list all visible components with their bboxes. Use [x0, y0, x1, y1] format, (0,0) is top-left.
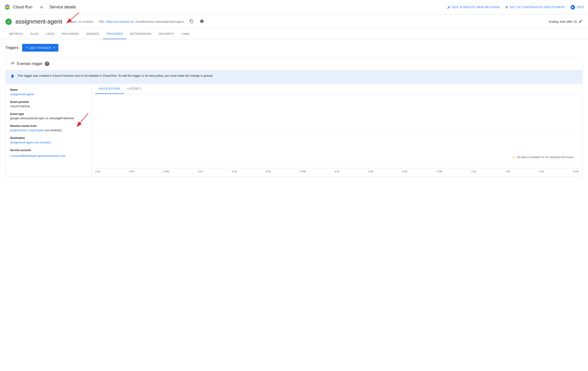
nav-actions: EDIT & DEPLOY NEW REVISION ⚙ SET UP CONT… — [447, 5, 584, 10]
continuous-deploy-label: SET UP CONTINUOUS DEPLOYMENT — [510, 5, 565, 9]
page-title: Service details — [50, 5, 76, 10]
test-label: TEST — [577, 5, 584, 9]
receive-events-link[interactable]: projects/civil-c /topics/plan — [10, 128, 45, 132]
tab-triggers[interactable]: TRIGGERS — [103, 29, 126, 39]
edit-deploy-label: EDIT & DEPLOY NEW REVISION — [452, 5, 500, 9]
chart-tabs: INVOCATIONS LATENCY — [95, 84, 579, 94]
help-icon[interactable]: ? — [45, 62, 49, 66]
chart-container: ⚠ No data is available for the selected … — [95, 96, 579, 173]
no-data-text: No data is available for the selected ti… — [517, 156, 574, 159]
scaling-label: Scaling: Auto (Min: 0) — [549, 20, 577, 23]
receive-events-region: (us-central1) — [45, 128, 62, 132]
x-label-13: 7:45 — [539, 170, 544, 173]
x-label-2: 5 PM — [163, 170, 169, 173]
service-header: ✓ assignment-agent Region: us-central1 U… — [0, 14, 588, 29]
receive-events-value: projects/civil-c /topics/plan (us-centra… — [10, 128, 87, 132]
x-label-6: 6 PM — [300, 170, 305, 173]
trigger-card-title: Eventarc trigger — [17, 62, 42, 66]
x-label-12: 7:30 — [505, 170, 510, 173]
triggers-header: Triggers + ADD TRIGGER ▾ — [5, 44, 583, 52]
continuous-deploy-button[interactable]: ⚙ SET UP CONTINUOUS DEPLOYMENT — [505, 5, 565, 9]
x-label-14: 8 PM — [573, 170, 579, 173]
trigger-body: Name assignment-agent- Event provider Cl… — [6, 84, 582, 176]
tab-yaml[interactable]: YAML — [178, 29, 193, 39]
x-label-4: 5:30 — [232, 170, 237, 173]
add-trigger-label: ADD TRIGGER — [29, 46, 51, 50]
x-label-9: 6:45 — [402, 170, 407, 173]
tab-logs[interactable]: LOGS — [42, 29, 58, 39]
service-account-value[interactable]: compute@developer.gserviceaccount.com — [10, 154, 66, 157]
chart-tab-latency[interactable]: LATENCY — [124, 84, 145, 94]
info-button[interactable] — [200, 19, 204, 25]
x-label-0: 4:30 — [95, 170, 100, 173]
eventarc-trigger-card: Eventarc trigger ? This trigger was crea… — [5, 57, 583, 177]
plus-icon: + — [26, 46, 28, 50]
region-label: Region: us-central1 — [68, 20, 93, 23]
chevron-down-icon: ▾ — [53, 46, 55, 49]
content-area: Triggers + ADD TRIGGER ▾ Eventarc trigge… — [0, 39, 588, 181]
tab-security[interactable]: SECURITY — [155, 29, 178, 39]
warning-icon: ⚠ — [512, 155, 515, 159]
top-nav: Cloud Run Service details EDIT & DEPLOY … — [0, 0, 588, 14]
x-label-1: 4:45 — [129, 170, 134, 173]
url-link[interactable]: https://us-central1-civ — [106, 20, 134, 23]
x-label-3: 5:15 — [198, 170, 203, 173]
scaling-info: Scaling: Auto (Min: 0) — [549, 19, 583, 24]
service-account-group: Service account compute@developer.gservi… — [10, 149, 87, 157]
tab-source[interactable]: SOURCE — [82, 29, 103, 39]
x-label-11: 7:15 — [471, 170, 476, 173]
name-group: Name assignment-agent- — [10, 88, 87, 96]
service-meta: Region: us-central1 URL: https://us-cent… — [68, 19, 205, 25]
tab-revisions[interactable]: REVISIONS — [58, 29, 82, 39]
cloud-run-logo-icon — [4, 4, 11, 11]
test-button[interactable]: ▶ TEST — [571, 5, 584, 10]
edit-deploy-button[interactable]: EDIT & DEPLOY NEW REVISION — [447, 5, 500, 9]
copy-url-button[interactable] — [189, 19, 194, 25]
tab-slos[interactable]: SLOS — [27, 29, 42, 39]
x-label-7: 6:15 — [335, 170, 339, 173]
gear-icon: ⚙ — [505, 5, 509, 9]
triggers-title: Triggers — [5, 46, 19, 50]
add-trigger-button[interactable]: + ADD TRIGGER ▾ — [22, 44, 58, 52]
event-provider-value: Cloud Pub/Sub — [10, 104, 87, 108]
back-button[interactable] — [38, 3, 46, 11]
lightbulb-icon — [10, 74, 15, 80]
event-provider-group: Event provider Cloud Pub/Sub — [10, 101, 87, 108]
event-type-value: google.cloud.pubsub.topic.v1.messagePubl… — [10, 116, 87, 120]
event-provider-label: Event provider — [10, 101, 87, 103]
brand-logo-area: Cloud Run — [4, 4, 32, 11]
play-icon: ▶ — [571, 5, 575, 10]
info-banner-text: This trigger was created in Cloud Functi… — [17, 74, 213, 77]
chart-area: INVOCATIONS LATENCY ⚠ No data is avai — [92, 84, 582, 176]
status-success-icon: ✓ — [5, 19, 12, 25]
event-type-label: Event type — [10, 113, 87, 116]
x-label-5: 5:45 — [266, 170, 271, 173]
info-banner: This trigger was created in Cloud Functi… — [6, 70, 582, 84]
x-label-10: 7 PM — [436, 170, 442, 173]
name-label: Name — [10, 88, 87, 91]
event-type-group: Event type google.cloud.pubsub.topic.v1.… — [10, 113, 87, 120]
receive-events-group: Receive events from projects/civil-c /to… — [10, 124, 87, 132]
list-icon — [10, 61, 15, 66]
destination-group: Destination assignment-agent (us-central… — [10, 136, 87, 144]
trigger-details: Name assignment-agent- Event provider Cl… — [6, 84, 92, 176]
brand-name: Cloud Run — [13, 5, 32, 10]
chart-tab-invocations[interactable]: INVOCATIONS — [95, 84, 124, 94]
url-label: URL: https://us-central1-civ .cloudfunct… — [98, 20, 184, 23]
trigger-card-header: Eventarc trigger ? — [6, 57, 582, 70]
destination-label: Destination — [10, 136, 87, 140]
x-label-8: 6:30 — [368, 170, 373, 173]
receive-events-label: Receive events from — [10, 124, 87, 128]
edit-scaling-button[interactable] — [578, 19, 583, 24]
service-account-label: Service account — [10, 149, 87, 152]
service-name: assignment-agent — [15, 18, 62, 25]
chart-x-axis: 4:30 4:45 5 PM 5:15 5:30 5:45 6 PM 6:15 … — [95, 168, 579, 173]
tab-bar: METRICS SLOS LOGS REVISIONS SOURCE TRIGG… — [0, 29, 588, 39]
tab-networking[interactable]: NETWORKING — [126, 29, 155, 39]
no-data-warning: ⚠ No data is available for the selected … — [512, 155, 574, 159]
tab-metrics[interactable]: METRICS — [5, 29, 27, 39]
name-value[interactable]: assignment-agent- — [10, 93, 35, 96]
destination-value[interactable]: assignment-agent (us-central1) — [10, 141, 51, 144]
